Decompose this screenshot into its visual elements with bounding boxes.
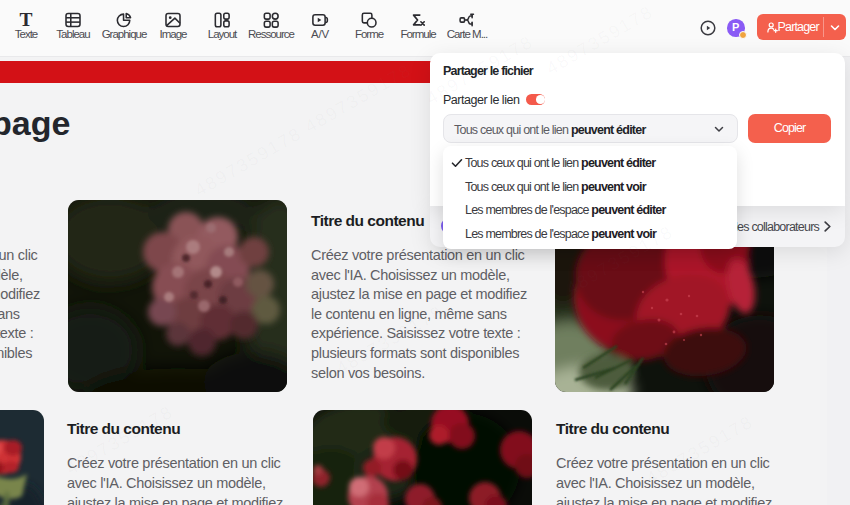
svg-text:T: T [20,10,33,30]
